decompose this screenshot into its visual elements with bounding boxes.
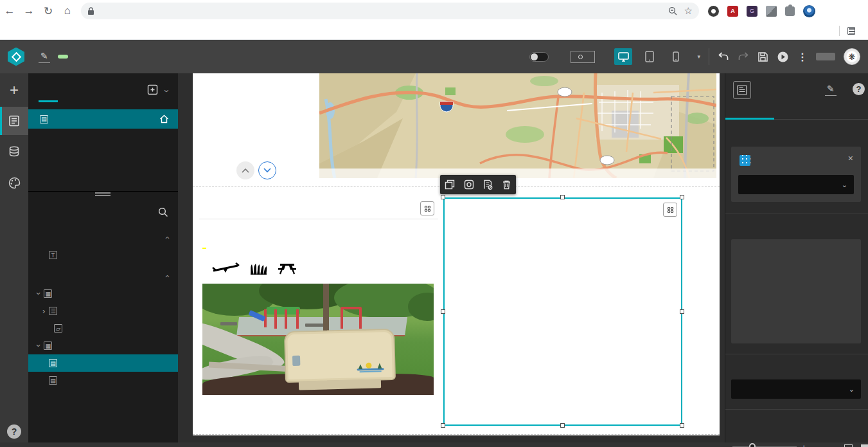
bottom-status-bar: ⌄ + — [0, 442, 868, 447]
forward-icon[interactable]: → — [19, 5, 39, 17]
screen-icon[interactable] — [861, 444, 868, 447]
style-dropdown[interactable]: ⌄ — [731, 379, 861, 399]
active-tab-underline — [39, 100, 58, 102]
reload-icon[interactable]: ↻ — [39, 5, 58, 18]
expand-block2-icon[interactable]: › — [34, 344, 44, 347]
page-panel-button[interactable] — [0, 107, 28, 135]
park-sign-text — [286, 342, 394, 344]
zoom-out-page-icon[interactable] — [668, 6, 678, 16]
status-page-chevron[interactable]: ⌄ — [59, 444, 65, 447]
insert-widget-button[interactable]: + — [0, 76, 28, 104]
puzzle-extension-icon[interactable] — [785, 6, 795, 16]
feature-info-2-widget[interactable] — [443, 197, 682, 426]
fit-to-screen-icon[interactable] — [844, 444, 853, 447]
outline-item-map1[interactable]: ▱ — [28, 320, 178, 337]
extension-gray-icon[interactable] — [766, 6, 777, 17]
bookmarks-bar — [0, 22, 868, 40]
lock-layout-toggle[interactable] — [529, 52, 549, 62]
rename-app-icon[interactable]: ✎ — [39, 51, 50, 63]
block-widget-icon: ▦ — [44, 289, 52, 298]
experience-builder-window: ← → ↻ ⌂ ☆ A G — [0, 0, 868, 447]
extension-circle-icon[interactable] — [708, 6, 719, 17]
outline-item-feature-info1[interactable]: ▤ — [28, 354, 178, 372]
phone-view-button[interactable] — [667, 48, 685, 65]
list-widget-icon: ☰ — [49, 307, 57, 315]
outline-section-body[interactable]: › — [28, 268, 178, 285]
add-page-icon[interactable] — [147, 84, 158, 95]
canvas-size-selector[interactable]: ▾ — [693, 53, 700, 60]
collapse-header-icon[interactable]: › — [161, 236, 171, 239]
undo-icon[interactable] — [718, 51, 729, 62]
zoom-plus[interactable]: + — [802, 443, 806, 447]
data-panel-button[interactable] — [0, 138, 28, 166]
outline-search-icon[interactable] — [158, 207, 168, 217]
more-options-icon[interactable]: ⋮ — [797, 51, 808, 63]
address-bar[interactable]: ☆ — [81, 3, 699, 19]
bookmark-star-icon[interactable]: ☆ — [684, 5, 693, 17]
experience-builder-logo — [8, 48, 24, 66]
page-item-page1[interactable]: ▤ — [28, 109, 178, 129]
list-scroll-up-button[interactable] — [236, 161, 254, 179]
feature-info-widget-icon — [733, 81, 751, 99]
feature-info-2-settings-chip[interactable] — [663, 203, 677, 217]
active-rail-accent — [0, 107, 2, 135]
theme-panel-button[interactable] — [0, 169, 28, 197]
remove-source-icon[interactable]: × — [848, 153, 853, 163]
expand-list1-icon[interactable]: › — [42, 306, 45, 316]
save-icon[interactable] — [757, 51, 768, 62]
rename-widget-icon[interactable]: ✎ — [825, 84, 837, 96]
resize-handle-se[interactable] — [680, 423, 684, 428]
resize-handle-n[interactable] — [560, 195, 565, 199]
publish-button[interactable] — [816, 53, 835, 60]
page-icon — [8, 115, 20, 127]
live-view-button[interactable] — [571, 51, 595, 63]
block-widget-icon: ▦ — [44, 342, 52, 350]
source-features-dropdown[interactable]: ⌄ — [738, 175, 854, 194]
page-list-collapse-icon[interactable]: › — [162, 89, 173, 93]
back-icon[interactable]: ← — [0, 5, 19, 17]
collapse-body-icon[interactable]: › — [161, 275, 171, 277]
tablet-view-button[interactable] — [641, 48, 659, 65]
feature-info-1-settings-chip[interactable] — [420, 201, 434, 215]
globe-extension-icon[interactable] — [803, 5, 815, 17]
directions-link[interactable] — [202, 248, 206, 249]
outline-item-block2[interactable]: › ▦ — [28, 337, 178, 354]
extension-purple-icon[interactable]: G — [747, 6, 757, 17]
text-widget-icon: T — [49, 251, 57, 259]
resize-handle-e[interactable] — [680, 309, 684, 314]
resize-handle-s[interactable] — [560, 423, 565, 428]
delete-widget-icon[interactable] — [502, 179, 511, 190]
outline-item-text1[interactable]: T — [28, 246, 178, 264]
home-page-icon[interactable] — [159, 114, 169, 123]
outline-item-list1[interactable]: › ☰ — [28, 302, 178, 320]
preview-play-icon[interactable] — [777, 51, 789, 63]
published-status-badge — [58, 55, 68, 59]
outline-item-block1[interactable]: › ▦ — [28, 285, 178, 302]
app-canvas — [193, 73, 720, 435]
resize-handle-nw[interactable] — [441, 195, 445, 199]
resize-handle-w[interactable] — [441, 309, 445, 314]
resize-handle-ne[interactable] — [680, 195, 684, 199]
amenity-icons — [211, 262, 297, 275]
adobe-pdf-extension-icon[interactable]: A — [727, 6, 738, 17]
desktop-view-button[interactable] — [614, 48, 632, 65]
panel-resize-handle[interactable] — [95, 192, 111, 196]
user-avatar[interactable]: ❋ — [844, 48, 860, 65]
help-button[interactable]: ? — [0, 417, 28, 446]
expand-block1-icon[interactable]: › — [34, 292, 44, 295]
widget-help-icon[interactable]: ? — [853, 83, 865, 95]
outline-item-feature-info2[interactable]: ▤ — [28, 372, 178, 389]
reading-list-button[interactable] — [847, 27, 859, 35]
move-to-page-icon[interactable] — [483, 179, 493, 190]
zoom-slider-knob[interactable] — [749, 443, 756, 447]
builder-header: ✎ ▾ — [0, 40, 868, 73]
home-icon[interactable]: ⌂ — [58, 5, 77, 17]
redo-icon[interactable] — [738, 51, 749, 62]
map-widget[interactable] — [319, 73, 716, 178]
resize-handle-sw[interactable] — [441, 423, 445, 428]
pending-widget-icon[interactable] — [464, 179, 474, 190]
map-markers — [319, 73, 716, 178]
list-scroll-down-button[interactable] — [258, 161, 276, 179]
duplicate-widget-icon[interactable] — [445, 179, 455, 190]
outline-section-header[interactable]: › — [28, 229, 178, 246]
